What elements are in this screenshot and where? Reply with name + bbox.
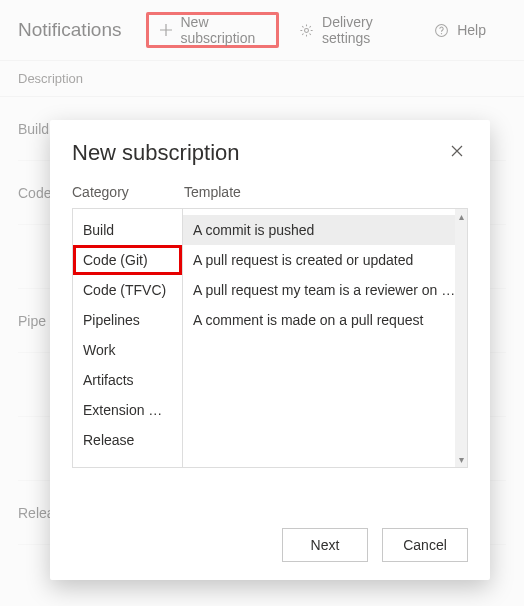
category-item[interactable]: Artifacts	[73, 365, 182, 395]
category-item[interactable]: Code (TFVC)	[73, 275, 182, 305]
template-item[interactable]: A commit is pushed	[183, 215, 467, 245]
template-header: Template	[184, 184, 468, 200]
category-header: Category	[72, 184, 184, 200]
template-item[interactable]: A pull request is created or updated	[183, 245, 467, 275]
category-list[interactable]: BuildCode (Git)Code (TFVC)PipelinesWorkA…	[73, 209, 183, 467]
category-item[interactable]: Code (Git)	[73, 245, 182, 275]
dialog-title: New subscription	[72, 140, 240, 166]
chevron-up-icon: ▴	[459, 211, 464, 222]
next-button[interactable]: Next	[282, 528, 368, 562]
list-headers: Category Template	[72, 178, 468, 208]
scrollbar[interactable]: ▴ ▾	[455, 209, 467, 467]
close-button[interactable]	[446, 140, 468, 162]
dialog-body: Category Template BuildCode (Git)Code (T…	[50, 174, 490, 512]
template-list[interactable]: A commit is pushedA pull request is crea…	[183, 209, 467, 467]
template-item[interactable]: A comment is made on a pull request	[183, 305, 467, 335]
chevron-down-icon: ▾	[459, 454, 464, 465]
category-item[interactable]: Build	[73, 215, 182, 245]
category-item[interactable]: Pipelines	[73, 305, 182, 335]
category-item[interactable]: Work	[73, 335, 182, 365]
close-icon	[450, 144, 464, 158]
template-item[interactable]: A pull request my team is a reviewer on …	[183, 275, 467, 305]
new-subscription-dialog: New subscription Category Template Build…	[50, 120, 490, 580]
picker-lists: BuildCode (Git)Code (TFVC)PipelinesWorkA…	[72, 208, 468, 468]
dialog-footer: Next Cancel	[50, 512, 490, 580]
category-item[interactable]: Extension …	[73, 395, 182, 425]
category-item[interactable]: Release	[73, 425, 182, 455]
dialog-header: New subscription	[50, 120, 490, 174]
cancel-button[interactable]: Cancel	[382, 528, 468, 562]
